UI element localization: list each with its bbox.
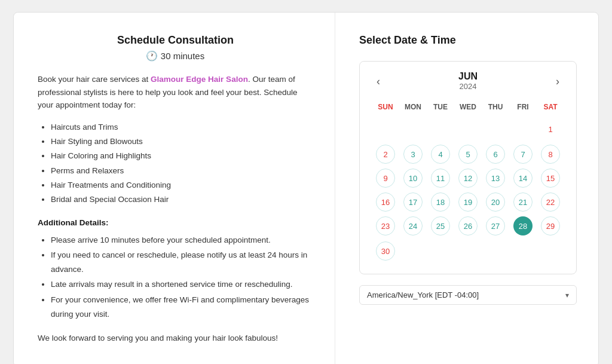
calendar-row: 2345678 <box>372 142 564 166</box>
weekday-header-tue: TUE <box>427 100 454 116</box>
services-list: Haircuts and TrimsHair Styling and Blowo… <box>38 120 313 207</box>
chevron-down-icon: ▾ <box>565 291 569 299</box>
day-21[interactable]: 21 <box>513 192 533 212</box>
duration-row: 🕐 30 minutes <box>38 50 313 61</box>
details-list: Please arrive 10 minutes before your sch… <box>38 233 313 322</box>
detail-item: For your convenience, we offer free Wi-F… <box>51 293 313 321</box>
day-28[interactable]: 28 <box>513 216 533 235</box>
calendar-cell: 18 <box>427 190 454 214</box>
calendar-cell: 27 <box>482 214 509 238</box>
calendar-cell: 9 <box>372 166 399 190</box>
day-5[interactable]: 5 <box>458 145 478 164</box>
clock-icon: 🕐 <box>146 50 157 61</box>
calendar-cell <box>454 116 482 142</box>
closing-text: We look forward to serving you and makin… <box>38 332 313 345</box>
service-item: Perms and Relaxers <box>51 164 313 178</box>
day-24[interactable]: 24 <box>403 216 423 235</box>
calendar-cell: 19 <box>454 190 482 214</box>
calendar-cell <box>372 116 399 142</box>
day-23[interactable]: 23 <box>376 216 395 235</box>
calendar-row: 1 <box>372 116 564 142</box>
day-11[interactable]: 11 <box>431 169 450 188</box>
calendar-cell: 6 <box>482 142 509 166</box>
calendar-cell: 7 <box>509 142 537 166</box>
day-13[interactable]: 13 <box>486 169 505 188</box>
day-10[interactable]: 10 <box>403 169 423 188</box>
day-2[interactable]: 2 <box>376 145 395 164</box>
left-panel: Schedule Consultation 🕐 30 minutes Book … <box>14 13 335 364</box>
next-month-button[interactable]: › <box>551 74 564 89</box>
day-3[interactable]: 3 <box>403 145 423 164</box>
weekday-header-fri: FRI <box>509 100 537 116</box>
day-27[interactable]: 27 <box>486 216 505 235</box>
day-16[interactable]: 16 <box>376 192 395 212</box>
duration-text: 30 minutes <box>161 51 204 61</box>
timezone-wrapper[interactable]: America/New_York [EDT -04:00]America/Chi… <box>359 285 577 305</box>
day-18[interactable]: 18 <box>431 192 450 212</box>
calendar-cell: 3 <box>399 142 427 166</box>
weekday-header-sun: SUN <box>372 100 399 116</box>
calendar-cell: 15 <box>537 166 564 190</box>
service-item: Hair Coloring and Highlights <box>51 149 313 163</box>
calendar-cell: 13 <box>482 166 509 190</box>
calendar-cell <box>509 238 537 264</box>
calendar-cell: 17 <box>399 190 427 214</box>
day-17[interactable]: 17 <box>403 192 423 212</box>
timezone-select[interactable]: America/New_York [EDT -04:00]America/Chi… <box>367 290 565 299</box>
calendar-cell <box>509 116 537 142</box>
day-8[interactable]: 8 <box>541 145 560 164</box>
calendar-cell: 25 <box>427 214 454 238</box>
detail-item: Please arrive 10 minutes before your sch… <box>51 233 313 247</box>
service-item: Haircuts and Trims <box>51 120 313 134</box>
calendar-cell: 5 <box>454 142 482 166</box>
day-14[interactable]: 14 <box>513 169 533 188</box>
day-7[interactable]: 7 <box>513 145 533 164</box>
day-6[interactable]: 6 <box>486 145 505 164</box>
calendar-card: ‹ JUN 2024 › SUNMONTUEWEDTHUFRISAT 12345… <box>359 61 577 274</box>
month-year-display: JUN 2024 <box>458 71 478 91</box>
day-4[interactable]: 4 <box>431 145 450 164</box>
day-15[interactable]: 15 <box>541 169 560 188</box>
day-26[interactable]: 26 <box>458 216 478 235</box>
calendar-cell: 11 <box>427 166 454 190</box>
calendar-nav: ‹ JUN 2024 › <box>372 71 564 91</box>
month-name: JUN <box>458 71 478 82</box>
calendar-cell <box>454 238 482 264</box>
day-19[interactable]: 19 <box>458 192 478 212</box>
calendar-table: SUNMONTUEWEDTHUFRISAT 123456789101112131… <box>372 100 564 264</box>
calendar-cell: 28 <box>509 214 537 238</box>
calendar-cell: 26 <box>454 214 482 238</box>
calendar-cell: 14 <box>509 166 537 190</box>
intro-prefix: Book your hair care services at <box>38 75 151 84</box>
calendar-cell: 1 <box>537 116 564 142</box>
additional-details-label: Additional Details: <box>38 218 313 227</box>
day-25[interactable]: 25 <box>431 216 450 235</box>
calendar-cell: 30 <box>372 238 399 264</box>
calendar-cell: 29 <box>537 214 564 238</box>
salon-link[interactable]: Glamour Edge Hair Salon <box>151 75 248 84</box>
day-12[interactable]: 12 <box>458 169 478 188</box>
calendar-cell <box>482 116 509 142</box>
calendar-cell: 4 <box>427 142 454 166</box>
day-20[interactable]: 20 <box>486 192 505 212</box>
select-date-title: Select Date & Time <box>359 34 577 47</box>
year-name: 2024 <box>458 82 478 91</box>
calendar-row: 23242526272829 <box>372 214 564 238</box>
calendar-cell <box>537 238 564 264</box>
calendar-cell: 16 <box>372 190 399 214</box>
calendar-cell: 20 <box>482 190 509 214</box>
day-9[interactable]: 9 <box>376 169 395 188</box>
day-22[interactable]: 22 <box>541 192 560 212</box>
intro-paragraph: Book your hair care services at Glamour … <box>38 73 313 112</box>
weekday-header-mon: MON <box>399 100 427 116</box>
day-1[interactable]: 1 <box>541 120 560 139</box>
weekday-header-thu: THU <box>482 100 509 116</box>
prev-month-button[interactable]: ‹ <box>372 74 385 89</box>
calendar-cell: 10 <box>399 166 427 190</box>
detail-item: Late arrivals may result in a shortened … <box>51 277 313 292</box>
day-29[interactable]: 29 <box>541 216 560 235</box>
page-title: Schedule Consultation <box>38 34 313 47</box>
calendar-cell <box>399 116 427 142</box>
day-30[interactable]: 30 <box>376 241 395 261</box>
service-item: Hair Treatments and Conditioning <box>51 178 313 192</box>
